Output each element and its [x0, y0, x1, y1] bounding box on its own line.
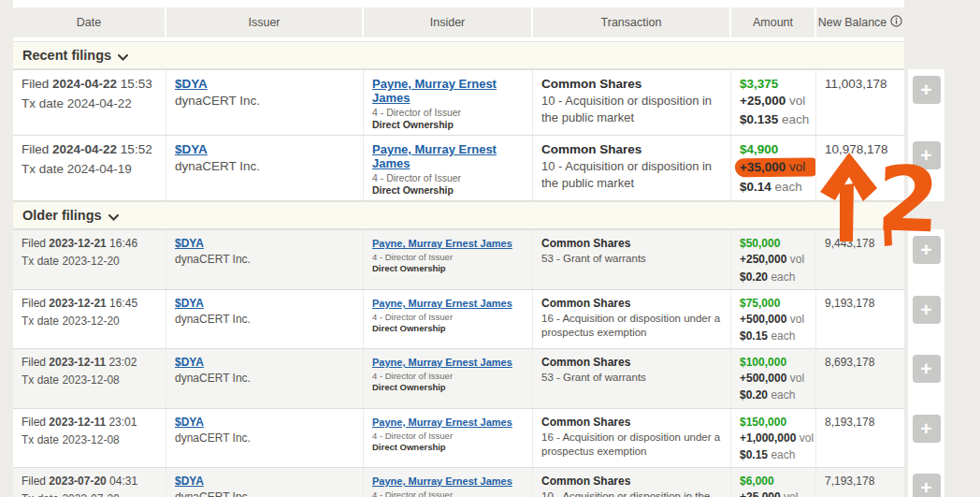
header-cell-amount: Amount: [731, 7, 816, 37]
insider-role: 4 - Director of Issuer: [372, 107, 524, 118]
ticker-link[interactable]: $DYA: [175, 142, 208, 156]
issuer-cell: $DYA dynaCERT Inc.: [166, 136, 364, 200]
tx-date: Tx date 2024-04-22: [22, 96, 157, 110]
new-balance-cell: 8,193,178: [816, 409, 904, 467]
ticker-link[interactable]: $DYA: [175, 416, 204, 429]
amount-value: $3,375: [740, 77, 807, 91]
amount-cell: $75,000 +500,000 vol $0.15 each: [731, 290, 816, 348]
insider-link[interactable]: Payne, Murray Ernest James: [372, 238, 512, 249]
transaction-type: 16 - Acquisition or disposition under a …: [541, 312, 722, 341]
transaction-cell: Common Shares 16 - Acquisition or dispos…: [533, 409, 731, 467]
volume-line: +1,000,000 vol: [740, 431, 814, 446]
filing-row: Filed 2023-12-11 23:01 Tx date 2023-12-0…: [13, 408, 944, 467]
expand-row-button[interactable]: +: [913, 474, 941, 497]
issuer-cell: $DYA dynaCERT Inc.: [166, 349, 364, 407]
ticker-link[interactable]: $DYA: [175, 475, 204, 488]
filing-row: Filed 2023-12-21 16:45 Tx date 2023-12-2…: [13, 289, 944, 348]
section-label: Recent filings: [22, 48, 111, 63]
date-cell: Filed 2023-07-20 04:31 Tx date 2023-07-2…: [13, 468, 166, 497]
insider-role: 4 - Director of Issuer: [372, 371, 524, 381]
insider-link[interactable]: Payne, Murray Ernest James: [372, 142, 497, 170]
expand-row-button[interactable]: +: [913, 141, 941, 169]
security-name: Common Shares: [541, 356, 722, 369]
new-balance-cell: 8,693,178: [816, 349, 904, 407]
expand-row-button[interactable]: +: [913, 236, 941, 264]
header-label: Transaction: [601, 16, 662, 29]
security-name: Common Shares: [541, 142, 722, 156]
tx-date: Tx date 2023-12-08: [22, 373, 157, 387]
header-cell-date: Date: [13, 7, 166, 37]
expand-row-button[interactable]: +: [913, 415, 941, 443]
new-balance-cell: 7,193,178: [816, 468, 904, 497]
security-name: Common Shares: [541, 77, 722, 91]
expand-row-button[interactable]: +: [913, 355, 941, 383]
plus-cell: +: [908, 229, 944, 288]
section-toggle[interactable]: Recent filings: [13, 41, 904, 69]
amount-cell: $6,000 +25,000 vol $0.24 each: [731, 468, 816, 497]
plus-cell: +: [908, 348, 944, 407]
header-label: Amount: [753, 16, 793, 29]
new-balance-cell: 9,193,178: [816, 290, 904, 348]
info-icon[interactable]: [890, 15, 902, 30]
balance-value: 8,693,178: [825, 356, 874, 369]
amount-value: $6,000: [740, 475, 807, 488]
transaction-cell: Common Shares 16 - Acquisition or dispos…: [533, 290, 731, 348]
amount-value: $100,000: [740, 356, 807, 369]
ticker-link[interactable]: $DYA: [175, 297, 204, 310]
header-cell-new-balance: New Balance: [816, 7, 904, 37]
header-label: Date: [77, 16, 101, 29]
ticker-link[interactable]: $DYA: [175, 356, 204, 369]
balance-value: 7,193,178: [825, 475, 874, 488]
amount-value: $50,000: [740, 237, 807, 250]
issuer-cell: $DYA dynaCERT Inc.: [166, 70, 364, 135]
amount-cell: $4,900 +35,000 vol $0.14 each: [731, 136, 816, 200]
price-line: $0.14 each: [740, 179, 807, 196]
filed-date: Filed 2023-12-11 23:01: [22, 416, 157, 429]
header-label: Insider: [430, 16, 466, 29]
issuer-cell: $DYA dynaCERT Inc.: [166, 409, 364, 467]
volume-line: +250,000 vol: [740, 252, 804, 267]
plus-cell: +: [908, 69, 944, 135]
date-cell: Filed 2023-12-21 16:46 Tx date 2023-12-2…: [13, 230, 166, 288]
insider-link[interactable]: Payne, Murray Ernest James: [372, 475, 512, 487]
plus-cell: +: [908, 289, 944, 348]
price-line: $0.15 each: [740, 447, 807, 462]
amount-cell: $50,000 +250,000 vol $0.20 each: [731, 230, 816, 288]
amount-value: $75,000: [740, 297, 807, 310]
date-cell: Filed 2024-04-22 15:53 Tx date 2024-04-2…: [13, 70, 166, 135]
section-toggle[interactable]: Older filings: [13, 201, 904, 229]
ownership-type: Direct Ownership: [372, 184, 524, 196]
insider-link[interactable]: Payne, Murray Ernest James: [372, 298, 512, 309]
expand-row-button[interactable]: +: [913, 76, 941, 104]
filed-date: Filed 2023-12-21 16:45: [22, 297, 157, 310]
issuer-cell: $DYA dynaCERT Inc.: [166, 468, 364, 497]
insider-cell: Payne, Murray Ernest James 4 - Director …: [364, 230, 533, 288]
insider-link[interactable]: Payne, Murray Ernest James: [372, 417, 512, 428]
table-header: Date Issuer Insider Transaction Amount N…: [13, 7, 904, 37]
insider-role: 4 - Director of Issuer: [372, 431, 524, 441]
expand-row-button[interactable]: +: [913, 296, 941, 324]
insider-cell: Payne, Murray Ernest James 4 - Director …: [364, 349, 533, 407]
volume-line: +35,000 vol: [735, 158, 816, 178]
transaction-cell: Common Shares 53 - Grant of warrants: [533, 230, 731, 288]
ticker-link[interactable]: $DYA: [175, 237, 204, 250]
header-label: New Balance: [818, 16, 887, 29]
ownership-type: Direct Ownership: [372, 119, 524, 130]
insider-cell: Payne, Murray Ernest James 4 - Director …: [364, 136, 533, 200]
filed-date: Filed 2024-04-22 15:52: [22, 142, 157, 156]
insider-link[interactable]: Payne, Murray Ernest James: [372, 77, 497, 105]
filed-date: Filed 2023-12-11 23:02: [22, 356, 157, 369]
transaction-cell: Common Shares 53 - Grant of warrants: [533, 349, 731, 407]
price-line: $0.15 each: [740, 329, 807, 344]
volume-line: +25,000 vol: [740, 490, 798, 497]
issuer-cell: $DYA dynaCERT Inc.: [166, 290, 364, 348]
issuer-cell: $DYA dynaCERT Inc.: [166, 230, 364, 288]
transaction-cell: Common Shares 10 - Acquisition or dispos…: [533, 70, 731, 135]
transaction-cell: Common Shares 10 - Acquisition or dispos…: [533, 468, 731, 497]
chevron-down-icon: [108, 208, 119, 225]
security-name: Common Shares: [541, 475, 722, 488]
insider-link[interactable]: Payne, Murray Ernest James: [372, 357, 512, 368]
issuer-name: dynaCERT Inc.: [175, 159, 354, 173]
ticker-link[interactable]: $DYA: [175, 77, 208, 91]
insider-role: 4 - Director of Issuer: [372, 312, 524, 322]
